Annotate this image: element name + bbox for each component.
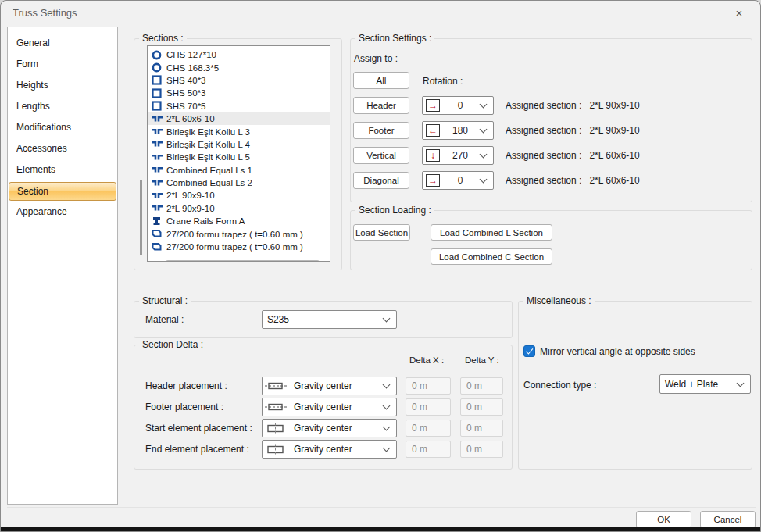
- list-item[interactable]: Crane Rails Form A: [148, 215, 330, 227]
- header-delta-x-field[interactable]: 0 m: [406, 377, 451, 395]
- vertical-section-icon: [263, 423, 289, 434]
- arrow-down-icon: ↓: [426, 149, 440, 162]
- section-delta-group: Section Delta : Delta X : Delta Y : Head…: [134, 345, 513, 470]
- delta-y-header: Delta Y :: [465, 355, 499, 365]
- delta-x-header: Delta X :: [409, 355, 444, 365]
- list-item[interactable]: 27/200 formu trapez ( t=0.60 mm ): [148, 241, 330, 253]
- footer-placement-value: Gravity center: [289, 402, 384, 412]
- list-item[interactable]: Combined Equal Ls 2: [148, 177, 330, 189]
- footer-delta-x-field[interactable]: 0 m: [406, 398, 451, 416]
- section-settings-group: Section Settings : Assign to : All Rotat…: [350, 38, 752, 202]
- assign-header-button[interactable]: Header: [353, 97, 409, 114]
- sections-list[interactable]: CHS 127*10 CHS 168.3*5 SHS 40*3 SHS 50*3…: [147, 45, 330, 262]
- miscellaneous-group-label: Miscellaneous :: [523, 295, 595, 306]
- material-value: S235: [263, 314, 384, 325]
- horizontal-scrollbar[interactable]: [166, 260, 320, 262]
- assign-all-button[interactable]: All: [353, 72, 409, 89]
- load-combined-c-section-button[interactable]: Load Combined C Section: [431, 248, 552, 265]
- sidebar-item-section[interactable]: Section: [9, 182, 116, 201]
- list-item[interactable]: Birleşik Eşit Kollu L 4: [148, 138, 330, 151]
- footer-rotation-select[interactable]: ← 180: [422, 121, 494, 140]
- sidebar-item-accessories[interactable]: Accessories: [8, 138, 117, 159]
- sidebar-item-elements[interactable]: Elements: [8, 159, 117, 180]
- sidebar-item-appearance[interactable]: Appearance: [8, 202, 117, 223]
- shs-icon: [152, 101, 163, 111]
- sections-group-label: Sections :: [139, 33, 187, 44]
- crane-rail-icon: [152, 216, 163, 227]
- footer-placement-select[interactable]: Gravity center: [262, 398, 397, 416]
- double-angle-icon: [152, 139, 163, 149]
- material-label: Material :: [145, 314, 184, 325]
- chevron-down-icon: [383, 381, 391, 389]
- list-item-selected[interactable]: 2*L 60x6-10: [148, 112, 330, 125]
- start-element-placement-value: Gravity center: [289, 423, 384, 434]
- double-angle-icon: [152, 178, 163, 188]
- end-element-placement-select[interactable]: Gravity center: [262, 440, 397, 459]
- header-rotation-select[interactable]: → 0: [422, 96, 494, 115]
- header-placement-select[interactable]: Gravity center: [262, 377, 397, 395]
- double-angle-icon: [152, 114, 163, 124]
- end-element-delta-y-field[interactable]: 0 m: [460, 441, 503, 458]
- section-delta-group-label: Section Delta :: [139, 339, 206, 350]
- chevron-down-icon: [480, 101, 488, 109]
- mirror-vertical-angle-checkbox[interactable]: [523, 345, 535, 357]
- start-element-delta-y-field[interactable]: 0 m: [460, 420, 503, 437]
- arrow-right-icon: →: [426, 174, 440, 187]
- sidebar-item-form[interactable]: Form: [8, 54, 117, 75]
- diagonal-rotation-select[interactable]: → 0: [422, 171, 494, 190]
- list-item[interactable]: CHS 127*10: [148, 48, 330, 61]
- sidebar-item-general[interactable]: General: [8, 33, 117, 54]
- sidebar-item-modifications[interactable]: Modifications: [8, 117, 117, 138]
- assign-diagonal-button[interactable]: Diagonal: [353, 172, 409, 189]
- double-angle-icon: [152, 165, 163, 175]
- list-item[interactable]: 27/200 formu trapez ( t=0.60 mm ): [148, 227, 330, 240]
- arrow-left-icon: ←: [426, 124, 440, 137]
- list-item[interactable]: Combined Equal Ls 1: [148, 164, 330, 177]
- section-loading-group-label: Section Loading :: [355, 205, 434, 216]
- sidebar-item-heights[interactable]: Heights: [8, 75, 117, 96]
- list-item[interactable]: Birleşik Eşit Kollu L 5: [148, 151, 330, 163]
- connection-type-select[interactable]: Weld + Plate: [659, 374, 751, 394]
- chevron-down-icon: [480, 126, 488, 134]
- double-angle-icon: [152, 191, 163, 201]
- vertical-rotation-select[interactable]: ↓ 270: [422, 146, 494, 165]
- close-icon[interactable]: ×: [726, 3, 752, 23]
- list-scroll-mark: [140, 180, 142, 255]
- trapez-icon: [152, 242, 163, 252]
- load-combined-l-section-button[interactable]: Load Combined L Section: [431, 224, 552, 241]
- assign-to-label: Assign to :: [354, 53, 398, 64]
- start-element-placement-select[interactable]: Gravity center: [262, 419, 397, 437]
- ok-button[interactable]: OK: [636, 511, 691, 528]
- sidebar-item-lengths[interactable]: Lengths: [8, 96, 117, 117]
- header-delta-y-field[interactable]: 0 m: [460, 377, 503, 395]
- assign-vertical-button[interactable]: Vertical: [353, 147, 409, 164]
- footer-rotation-value: 180: [440, 125, 481, 136]
- start-element-delta-x-field[interactable]: 0 m: [406, 420, 451, 437]
- start-element-placement-label: Start element placement :: [145, 423, 252, 434]
- list-item[interactable]: CHS 168.3*5: [148, 61, 330, 73]
- list-item[interactable]: 2*L 90x9-10: [148, 189, 330, 202]
- list-item[interactable]: Birleşik Eşit Kollu L 3: [148, 125, 330, 137]
- sidebar: General Form Heights Lengths Modificatio…: [7, 27, 118, 505]
- double-angle-icon: [152, 152, 163, 162]
- shs-icon: [152, 88, 163, 98]
- header-rotation-value: 0: [440, 100, 481, 111]
- material-select[interactable]: S235: [262, 310, 397, 329]
- header-placement-label: Header placement :: [145, 380, 227, 391]
- cancel-button[interactable]: Cancel: [700, 511, 756, 528]
- double-angle-icon: [152, 203, 163, 213]
- sections-group: Sections : CHS 127*10 CHS 168.3*5 SHS 40…: [134, 38, 342, 270]
- chevron-down-icon: [383, 402, 391, 410]
- end-element-delta-x-field[interactable]: 0 m: [406, 441, 451, 458]
- trapez-icon: [152, 229, 163, 239]
- list-item[interactable]: 2*L 90x9-10: [148, 202, 330, 215]
- list-item[interactable]: SHS 50*3: [148, 87, 330, 99]
- section-loading-group: Section Loading : Load Section Load Comb…: [350, 210, 752, 270]
- vertical-rotation-value: 270: [440, 150, 481, 161]
- header-assigned-section: Assigned section :2*L 90x9-10: [506, 100, 640, 111]
- assign-footer-button[interactable]: Footer: [353, 122, 409, 139]
- list-item[interactable]: SHS 70*5: [148, 100, 330, 112]
- list-item[interactable]: SHS 40*3: [148, 74, 330, 87]
- load-section-button[interactable]: Load Section: [353, 224, 410, 241]
- footer-delta-y-field[interactable]: 0 m: [460, 398, 503, 416]
